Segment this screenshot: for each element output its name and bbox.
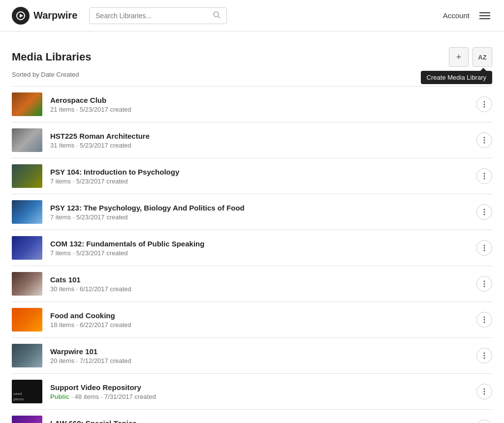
library-name: COM 132: Fundamentals of Public Speaking	[50, 240, 469, 248]
library-thumbnail	[12, 416, 42, 423]
svg-point-11	[484, 176, 485, 177]
library-item[interactable]: Food and Cooking18 items · 6/22/2017 cre…	[12, 302, 492, 338]
svg-point-17	[484, 247, 485, 249]
svg-line-3	[218, 16, 220, 18]
library-name: Cats 101	[50, 275, 469, 284]
library-thumbnail	[12, 272, 42, 296]
svg-point-10	[484, 173, 485, 175]
svg-point-29	[484, 391, 485, 393]
library-meta: 21 items · 5/23/2017 created	[50, 106, 469, 113]
library-name: PSY 104: Introduction to Psychology	[50, 168, 469, 176]
library-options-button[interactable]	[476, 240, 492, 256]
library-item[interactable]: usedptionsSupport Video RepositoryPublic…	[12, 374, 492, 410]
svg-point-30	[484, 393, 485, 395]
svg-point-14	[484, 212, 485, 213]
add-library-button[interactable]: +	[449, 47, 469, 67]
page-title: Media Libraries	[12, 51, 91, 63]
library-thumbnail: usedptions	[12, 380, 42, 403]
library-options-button[interactable]	[476, 312, 492, 328]
svg-point-22	[484, 317, 485, 318]
library-thumbnail	[12, 308, 42, 332]
library-name: PSY 123: The Psychology, Biology And Pol…	[50, 204, 469, 212]
library-options-button[interactable]	[476, 204, 492, 220]
library-item[interactable]: Warpwire 10120 items · 7/12/2017 created	[12, 338, 492, 374]
library-name: Support Video Repository	[50, 383, 469, 392]
library-item[interactable]: LAW 660: Special Topics5 items · 8/30/20…	[12, 410, 492, 423]
library-options-button[interactable]	[476, 384, 492, 399]
library-item[interactable]: Cats 10130 items · 6/12/2017 created	[12, 266, 492, 302]
library-options-button[interactable]	[476, 420, 492, 423]
hamburger-line	[479, 12, 490, 13]
library-options-button[interactable]	[476, 96, 492, 112]
library-item[interactable]: HST225 Roman Architecture31 items · 5/23…	[12, 122, 492, 158]
library-options-button[interactable]	[476, 168, 492, 184]
public-badge: Public	[50, 393, 69, 400]
library-name: Aerospace Club	[50, 96, 469, 104]
library-name: Food and Cooking	[50, 311, 469, 320]
sort-icon: AZ	[478, 54, 486, 61]
library-meta: Public · 48 items · 7/31/2017 created	[50, 393, 469, 400]
library-item[interactable]: Aerospace Club21 items · 5/23/2017 creat…	[12, 87, 492, 122]
svg-point-25	[484, 353, 485, 354]
library-thumbnail	[12, 236, 42, 260]
svg-point-5	[484, 104, 485, 105]
svg-point-21	[484, 286, 485, 287]
svg-point-12	[484, 178, 485, 180]
library-info: Aerospace Club21 items · 5/23/2017 creat…	[50, 96, 469, 113]
search-icon	[213, 11, 220, 21]
library-info: Support Video RepositoryPublic · 48 item…	[50, 383, 469, 400]
search-bar[interactable]	[89, 7, 227, 24]
library-thumbnail	[12, 200, 42, 224]
library-meta: 18 items · 6/22/2017 created	[50, 321, 469, 329]
library-meta: 30 items · 6/12/2017 created	[50, 285, 469, 293]
library-item[interactable]: PSY 104: Introduction to Psychology7 ite…	[12, 158, 492, 194]
sort-label: Sorted by Date Created	[12, 71, 492, 78]
svg-point-23	[484, 319, 485, 321]
library-meta: 20 items · 7/12/2017 created	[50, 357, 469, 364]
svg-point-9	[484, 142, 485, 144]
library-info: HST225 Roman Architecture31 items · 5/23…	[50, 132, 469, 149]
svg-point-7	[484, 137, 485, 139]
library-meta: 7 items · 5/23/2017 created	[50, 249, 469, 257]
svg-point-2	[214, 12, 219, 17]
main-content: Media Libraries + AZ Create Media Librar…	[0, 31, 504, 423]
svg-point-8	[484, 140, 485, 141]
library-name: HST225 Roman Architecture	[50, 132, 469, 140]
search-input[interactable]	[95, 12, 209, 20]
library-info: COM 132: Fundamentals of Public Speaking…	[50, 240, 469, 257]
hamburger-line	[479, 18, 490, 19]
logo-area[interactable]: Warpwire	[12, 7, 77, 25]
library-item[interactable]: PSY 123: The Psychology, Biology And Pol…	[12, 194, 492, 230]
library-info: PSY 104: Introduction to Psychology7 ite…	[50, 168, 469, 185]
library-name: LAW 660: Special Topics	[50, 419, 469, 423]
svg-point-24	[484, 322, 485, 323]
svg-point-13	[484, 209, 485, 211]
library-list: Aerospace Club21 items · 5/23/2017 creat…	[12, 86, 492, 423]
sort-button[interactable]: AZ	[472, 47, 492, 67]
library-options-button[interactable]	[476, 276, 492, 292]
account-link[interactable]: Account	[443, 11, 470, 20]
create-tooltip: Create Media Library	[421, 71, 492, 84]
library-options-button[interactable]	[476, 348, 492, 363]
library-thumbnail	[12, 128, 42, 152]
library-name: Warpwire 101	[50, 347, 469, 356]
header-right: Account	[443, 10, 492, 21]
hamburger-line	[479, 15, 490, 16]
library-info: Warpwire 10120 items · 7/12/2017 created	[50, 347, 469, 364]
logo-text: Warpwire	[33, 10, 77, 21]
svg-point-26	[484, 355, 485, 357]
svg-point-28	[484, 389, 485, 390]
library-thumbnail	[12, 164, 42, 188]
library-meta: 31 items · 5/23/2017 created	[50, 142, 469, 149]
svg-point-20	[484, 283, 485, 285]
svg-marker-1	[20, 14, 23, 18]
library-thumbnail	[12, 92, 42, 116]
svg-point-16	[484, 245, 485, 246]
library-thumbnail	[12, 344, 42, 367]
library-item[interactable]: COM 132: Fundamentals of Public Speaking…	[12, 230, 492, 266]
svg-point-18	[484, 250, 485, 251]
library-options-button[interactable]	[476, 132, 492, 148]
library-info: Cats 10130 items · 6/12/2017 created	[50, 275, 469, 293]
menu-button[interactable]	[477, 10, 492, 21]
svg-point-4	[484, 101, 485, 103]
